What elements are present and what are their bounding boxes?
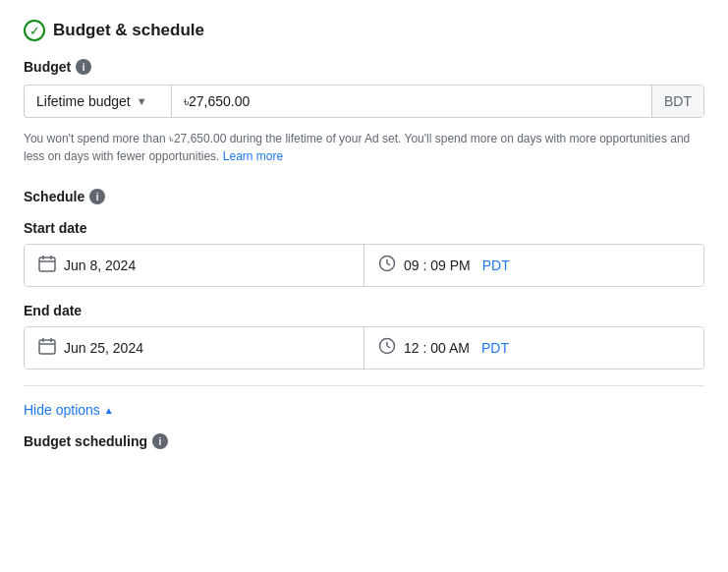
learn-more-link[interactable]: Learn more — [223, 149, 283, 163]
start-date-label: Start date — [24, 220, 704, 236]
budget-amount-wrapper: BDT — [171, 85, 704, 118]
schedule-label: Schedule i — [24, 189, 704, 204]
end-date-field[interactable]: Jun 25, 2024 — [25, 327, 364, 369]
start-time-value: 09 : 09 PM — [404, 257, 471, 273]
start-time-field[interactable]: 09 : 09 PM PDT — [364, 245, 703, 286]
end-date-group: End date Jun 25, 2024 — [24, 303, 704, 370]
budget-row: Lifetime budget ▼ BDT — [24, 85, 704, 118]
start-date-group: Start date Jun 8, 2024 — [24, 220, 704, 287]
section-title: Budget & schedule — [53, 21, 204, 40]
budget-amount-input[interactable] — [172, 86, 651, 117]
section-header: ✓ Budget & schedule — [24, 20, 704, 41]
arrow-up-icon: ▲ — [104, 405, 114, 416]
schedule-section: Schedule i Start date Jun 8, 2024 — [24, 185, 704, 370]
calendar-icon — [38, 255, 56, 276]
separator — [24, 385, 704, 386]
end-time-field[interactable]: 12 : 00 AM PDT — [364, 327, 703, 369]
svg-rect-7 — [39, 340, 55, 354]
schedule-info-icon[interactable]: i — [89, 189, 105, 204]
end-date-time-row: Jun 25, 2024 12 : 00 AM PDT — [24, 326, 704, 370]
currency-label: BDT — [651, 86, 703, 117]
dropdown-arrow-icon: ▼ — [137, 95, 147, 107]
start-date-value: Jun 8, 2024 — [64, 257, 136, 273]
end-date-value: Jun 25, 2024 — [64, 340, 143, 356]
budget-scheduling-label: Budget scheduling i — [24, 433, 704, 449]
budget-scheduling-info-icon[interactable]: i — [152, 433, 168, 449]
budget-info-icon[interactable]: i — [76, 59, 91, 75]
end-calendar-icon — [38, 337, 56, 359]
budget-type-select[interactable]: Lifetime budget ▼ — [24, 85, 171, 118]
svg-line-13 — [387, 346, 390, 348]
end-timezone: PDT — [481, 340, 509, 356]
end-date-label: End date — [24, 303, 704, 318]
start-date-time-row: Jun 8, 2024 09 : 09 PM PDT — [24, 244, 704, 287]
hide-options-link[interactable]: Hide options ▲ — [24, 402, 704, 418]
end-clock-icon — [378, 337, 396, 359]
budget-note: You won't spend more than ৳27,650.00 dur… — [24, 130, 704, 165]
check-icon: ✓ — [24, 20, 45, 41]
budget-label: Budget i — [24, 59, 704, 75]
svg-line-6 — [387, 263, 390, 265]
budget-type-label: Lifetime budget — [36, 93, 131, 109]
start-date-field[interactable]: Jun 8, 2024 — [25, 245, 364, 286]
end-time-value: 12 : 00 AM — [404, 340, 470, 356]
start-timezone: PDT — [482, 257, 510, 273]
svg-rect-0 — [39, 257, 55, 271]
clock-icon — [378, 255, 396, 276]
